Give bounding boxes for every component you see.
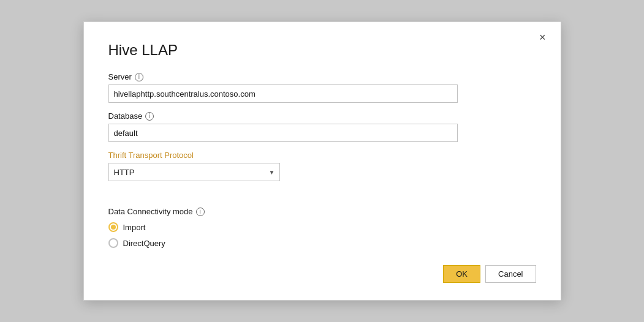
connectivity-mode-label: Data Connectivity mode i	[108, 207, 536, 216]
close-button[interactable]: ×	[536, 31, 550, 44]
server-label: Server i	[108, 72, 536, 81]
import-radio-label: Import	[123, 223, 146, 232]
ok-button[interactable]: OK	[443, 265, 480, 283]
database-input[interactable]	[108, 124, 458, 142]
database-label: Database i	[108, 111, 536, 121]
cancel-button[interactable]: Cancel	[485, 265, 536, 283]
thrift-select-wrapper: HTTP Binary SASL ▼	[108, 163, 280, 181]
import-radio-item[interactable]: Import	[108, 222, 536, 232]
database-field-group: Database i	[108, 111, 536, 142]
directquery-radio-label: DirectQuery	[123, 239, 165, 248]
dialog-title: Hive LLAP	[108, 42, 536, 59]
dialog-footer: OK Cancel	[108, 248, 536, 283]
server-field-group: Server i	[108, 72, 536, 103]
thrift-select[interactable]: HTTP Binary SASL	[108, 163, 280, 181]
hive-llap-dialog: × Hive LLAP Server i Database i Thrift T…	[83, 21, 561, 301]
thrift-label: Thrift Transport Protocol	[108, 151, 536, 160]
thrift-field-group: Thrift Transport Protocol HTTP Binary SA…	[108, 151, 536, 181]
server-input[interactable]	[108, 84, 458, 103]
directquery-radio-custom	[108, 238, 118, 248]
server-info-icon: i	[135, 73, 143, 81]
connectivity-radio-group: Import DirectQuery	[108, 222, 536, 248]
directquery-radio-item[interactable]: DirectQuery	[108, 238, 536, 248]
import-radio-custom	[108, 222, 118, 232]
connectivity-info-icon: i	[196, 208, 205, 216]
database-info-icon: i	[145, 112, 154, 121]
